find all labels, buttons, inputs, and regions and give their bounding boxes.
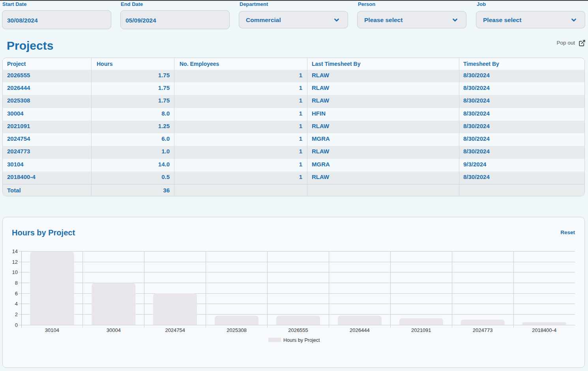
svg-text:4: 4 [15, 301, 18, 307]
svg-text:2021091: 2021091 [411, 327, 431, 333]
svg-text:12: 12 [12, 259, 18, 265]
svg-text:2: 2 [15, 311, 18, 317]
svg-text:6: 6 [15, 291, 18, 296]
svg-text:2026555: 2026555 [288, 327, 308, 333]
svg-text:2024754: 2024754 [165, 327, 185, 333]
svg-text:0: 0 [15, 322, 18, 328]
svg-text:2018400-4: 2018400-4 [532, 327, 556, 333]
svg-text:14: 14 [12, 248, 18, 254]
svg-text:8: 8 [15, 280, 18, 286]
svg-text:10: 10 [12, 269, 18, 275]
svg-text:2024773: 2024773 [473, 327, 493, 333]
svg-text:2025308: 2025308 [227, 327, 247, 333]
svg-text:30004: 30004 [107, 327, 121, 333]
svg-text:30104: 30104 [45, 327, 59, 333]
svg-text:2026444: 2026444 [350, 327, 370, 333]
svg-text:Hours by Project: Hours by Project [283, 337, 320, 343]
